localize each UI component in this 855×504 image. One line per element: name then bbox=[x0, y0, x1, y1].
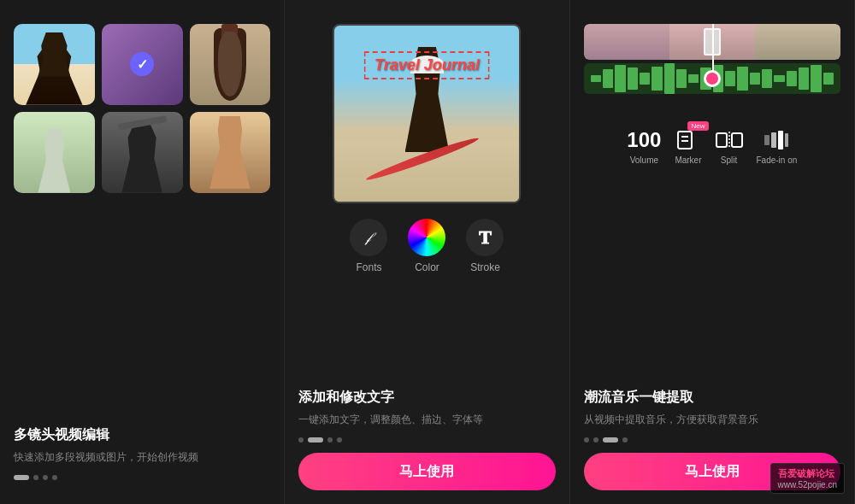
timeline-preview bbox=[584, 24, 840, 118]
watermark-line2: www.52pojie.cn bbox=[778, 480, 837, 489]
stroke-icon: T bbox=[466, 219, 504, 256]
waveform-bar bbox=[652, 67, 662, 91]
selected-checkmark bbox=[130, 52, 154, 76]
waveform-bar bbox=[628, 67, 638, 89]
strip-seg-1 bbox=[584, 24, 669, 60]
svg-rect-11 bbox=[785, 133, 788, 147]
photo-cell-4 bbox=[14, 112, 95, 193]
color-icon bbox=[408, 219, 445, 256]
watermark: 吾爱破解论坛 www.52pojie.cn bbox=[770, 463, 845, 494]
waveform-bar bbox=[762, 69, 772, 88]
panel-text-editing: Travel Journal 𝒻 Fonts Color T Stroke bbox=[285, 0, 569, 504]
waveform-bar bbox=[774, 75, 784, 81]
feature-title-1: 多镜头视频编辑 bbox=[14, 426, 109, 444]
color-label: Color bbox=[415, 261, 439, 273]
dots-2 bbox=[298, 437, 342, 442]
color-tool[interactable]: Color bbox=[408, 219, 445, 273]
svg-rect-10 bbox=[778, 131, 783, 149]
stroke-label: Stroke bbox=[470, 261, 500, 273]
preview-background: Travel Journal bbox=[334, 26, 519, 202]
svg-rect-6 bbox=[732, 133, 742, 147]
marker-control[interactable]: New Marker bbox=[675, 128, 701, 165]
panel-1-bottom: 多镜头视频编辑 快速添加多段视频或图片，开始创作视频 bbox=[14, 416, 270, 490]
split-label: Split bbox=[721, 155, 737, 165]
playhead-circle bbox=[704, 70, 721, 87]
panel-multilens: 多镜头视频编辑 快速添加多段视频或图片，开始创作视频 bbox=[0, 0, 285, 504]
waveform-bar bbox=[787, 71, 797, 86]
panel-2-bottom: 添加和修改文字 一键添加文字，调整颜色、描边、字体等 马上使用 bbox=[298, 378, 555, 490]
dot-3-1 bbox=[584, 437, 589, 442]
stroke-tool[interactable]: T Stroke bbox=[466, 219, 504, 273]
dot-3-4 bbox=[622, 437, 628, 442]
audio-controls: 100 Volume New Marker Split bbox=[584, 128, 840, 165]
volume-control: 100 Volume bbox=[627, 128, 661, 165]
split-icon bbox=[716, 128, 743, 152]
svg-rect-9 bbox=[771, 132, 776, 148]
dot-2-active bbox=[308, 437, 323, 442]
photo-cell-6 bbox=[190, 112, 271, 193]
new-badge: New bbox=[687, 121, 708, 131]
waveform-bar bbox=[823, 73, 834, 85]
feature-desc-2: 一键添加文字，调整颜色、描边、字体等 bbox=[298, 412, 483, 427]
dot-2-3 bbox=[327, 437, 333, 442]
volume-value: 100 bbox=[627, 128, 661, 152]
waveform-bar bbox=[750, 73, 760, 85]
dots-3 bbox=[584, 437, 628, 442]
dot-inactive-3 bbox=[52, 475, 57, 480]
fadein-control[interactable]: Fade-in on bbox=[757, 128, 798, 165]
photo-cell-1 bbox=[14, 24, 95, 105]
waveform-bar bbox=[603, 69, 613, 88]
waveform-bar bbox=[688, 74, 699, 84]
feature-desc-1: 快速添加多段视频或图片，开始创作视频 bbox=[14, 449, 198, 465]
dot-inactive-2 bbox=[43, 475, 48, 480]
phone-preview: Travel Journal bbox=[333, 24, 521, 203]
vertical-guide-line bbox=[712, 24, 714, 71]
waveform-bar bbox=[591, 75, 601, 81]
waveform-bar bbox=[799, 67, 809, 89]
svg-rect-5 bbox=[716, 133, 727, 147]
marker-label: Marker bbox=[675, 155, 701, 165]
fadein-icon bbox=[763, 128, 790, 152]
beach-photo bbox=[14, 24, 95, 105]
waveform-bar bbox=[737, 67, 747, 91]
photo-grid bbox=[14, 24, 270, 193]
photo-cell-3 bbox=[190, 24, 271, 105]
watermark-line1: 吾爱破解论坛 bbox=[778, 467, 837, 480]
use-button-2[interactable]: 马上使用 bbox=[298, 453, 555, 490]
fadein-label: Fade-in on bbox=[757, 155, 798, 165]
waveform-bar bbox=[676, 69, 687, 88]
dot-active bbox=[14, 475, 29, 480]
svg-rect-8 bbox=[764, 135, 770, 145]
feature-title-3: 潮流音乐一键提取 bbox=[584, 389, 693, 407]
waveform-bar bbox=[811, 65, 821, 92]
photo-cell-5 bbox=[102, 112, 183, 193]
fonts-icon: 𝒻 bbox=[350, 219, 387, 256]
overlay-text: Travel Journal bbox=[374, 56, 480, 73]
dot-2-1 bbox=[298, 437, 304, 442]
waveform-bar bbox=[640, 73, 650, 85]
guitar-photo bbox=[190, 24, 271, 105]
dot-2-4 bbox=[337, 437, 342, 442]
split-control[interactable]: Split bbox=[716, 128, 743, 165]
waveform-bar bbox=[725, 71, 735, 86]
fonts-tool[interactable]: 𝒻 Fonts bbox=[350, 219, 387, 273]
waveform-bar bbox=[664, 63, 675, 94]
dot-inactive-1 bbox=[33, 475, 38, 480]
waveform-bar bbox=[615, 65, 625, 92]
dots-1 bbox=[14, 475, 57, 480]
feature-title-2: 添加和修改文字 bbox=[298, 389, 394, 407]
marker-icon bbox=[676, 128, 700, 152]
strip-seg-3 bbox=[755, 24, 840, 60]
fonts-label: Fonts bbox=[356, 261, 381, 273]
panel-music: 100 Volume New Marker Split bbox=[570, 0, 855, 504]
watermark-box: 吾爱破解论坛 www.52pojie.cn bbox=[770, 463, 845, 494]
dot-3-active bbox=[603, 437, 618, 442]
feature-desc-3: 从视频中提取音乐，方便获取背景音乐 bbox=[584, 412, 758, 427]
text-overlay: Travel Journal bbox=[364, 51, 490, 79]
dot-3-2 bbox=[593, 437, 598, 442]
tool-icons: 𝒻 Fonts Color T Stroke bbox=[350, 219, 504, 273]
photo-cell-2 bbox=[102, 24, 183, 105]
volume-label: Volume bbox=[630, 155, 658, 165]
